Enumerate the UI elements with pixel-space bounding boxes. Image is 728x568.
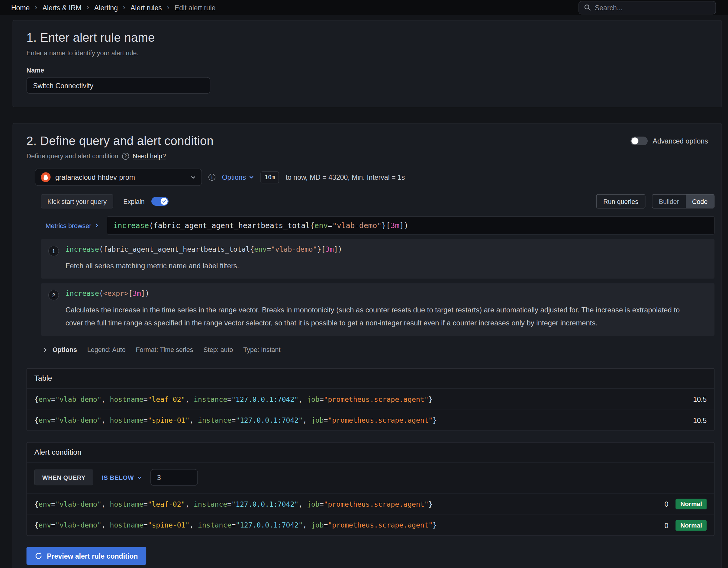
query-editor-area: grafanacloud-hhdev-prom i Options 10m to… (35, 169, 714, 357)
advanced-options-toggle[interactable] (630, 137, 648, 145)
threshold-input[interactable] (150, 469, 198, 486)
explain-text: Calculates the increase in the time seri… (66, 304, 697, 330)
metrics-browser-label: Metrics browser (46, 222, 92, 229)
toggle-knob (160, 198, 167, 205)
builder-option[interactable]: Builder (652, 195, 685, 208)
kick-start-query-button[interactable]: Kick start your query (41, 194, 113, 208)
breadcrumb-alerts-irm[interactable]: Alerts & IRM (42, 4, 81, 11)
toggle-knob (631, 137, 638, 144)
info-circle-icon: i (208, 174, 215, 181)
series-labels: {env="vlab-demo", hostname="leaf-02", in… (34, 500, 655, 508)
format-option: Format: Time series (136, 346, 193, 353)
breadcrumb-alerting[interactable]: Alerting (94, 4, 118, 11)
explain-code: increase(fabric_agent_agent_heartbeats_t… (66, 245, 342, 254)
alert-condition-title: Alert condition (27, 443, 714, 463)
condition-result-row: {env="vlab-demo", hostname="spine-01", i… (27, 515, 714, 535)
table-row: {env="vlab-demo", hostname="leaf-02", in… (27, 389, 714, 409)
section1-title: 1. Enter alert rule name (27, 31, 715, 45)
series-labels: {env="vlab-demo", hostname="spine-01", i… (34, 521, 655, 530)
table-panel: Table {env="vlab-demo", hostname="leaf-0… (27, 368, 715, 431)
series-value: 0 (665, 500, 668, 508)
operator-label: IS BELOW (102, 474, 134, 481)
search-box[interactable] (578, 1, 716, 14)
code-option[interactable]: Code (685, 195, 714, 208)
series-labels: {env="vlab-demo", hostname="leaf-02", in… (34, 395, 684, 403)
preview-alert-rule-button[interactable]: Preview alert rule condition (27, 547, 146, 565)
breadcrumb-separator: › (87, 4, 89, 11)
time-range-badge: 10m (260, 171, 279, 183)
options-footer-label: Options (53, 346, 77, 353)
section2-title: 2. Define query and alert condition (27, 134, 214, 148)
state-badge: Normal (676, 520, 707, 531)
explain-step-1: 1 increase(fabric_agent_agent_heartbeats… (41, 239, 714, 279)
explain-code: increase(<expr>[3m]) (66, 289, 697, 298)
breadcrumb-edit-alert-rule: Edit alert rule (175, 4, 216, 11)
preview-button-label: Preview alert rule condition (47, 552, 138, 560)
page-content: 1. Enter alert rule name Enter a name to… (0, 15, 728, 568)
rule-name-input[interactable] (27, 77, 211, 94)
series-value: 0 (665, 521, 668, 529)
table-row: {env="vlab-demo", hostname="spine-01", i… (27, 410, 714, 431)
search-icon (584, 4, 591, 11)
chevron-down-icon (249, 175, 254, 180)
breadcrumb-alert-rules[interactable]: Alert rules (130, 4, 162, 11)
chevron-down-icon (190, 174, 196, 180)
condition-controls: WHEN QUERY IS BELOW (27, 463, 714, 494)
section1-subtitle: Enter a name to identify your alert rule… (27, 49, 715, 57)
datasource-picker[interactable]: grafanacloud-hhdev-prom (35, 169, 202, 186)
step-number: 2 (48, 290, 59, 300)
explain-toggle[interactable] (151, 197, 168, 206)
operator-dropdown[interactable]: IS BELOW (102, 474, 142, 481)
explain-step-2: 2 increase(<expr>[3m]) Calculates the in… (41, 283, 714, 336)
legend-option: Legend: Auto (87, 346, 126, 353)
query-options-collapsed[interactable]: Options Legend: Auto Format: Time series… (41, 343, 714, 357)
breadcrumb-separator: › (35, 4, 37, 11)
grafana-edit-alert-rule-page: Home › Alerts & IRM › Alerting › Alert r… (0, 0, 728, 568)
step-number: 1 (48, 246, 59, 256)
when-query-button[interactable]: WHEN QUERY (34, 470, 93, 485)
chevron-down-icon (137, 475, 142, 480)
advanced-options-label: Advanced options (653, 137, 708, 145)
check-icon (162, 199, 166, 203)
time-range-text: to now, MD = 43200, Min. Interval = 1s (286, 173, 405, 181)
need-help-link[interactable]: Need help? (133, 152, 166, 160)
alert-condition-panel: Alert condition WHEN QUERY IS BELOW {env… (27, 442, 715, 536)
series-value: 10.5 (693, 395, 707, 403)
builder-code-switch: Builder Code (652, 194, 715, 208)
metrics-browser-button[interactable]: Metrics browser (41, 216, 107, 234)
type-option: Type: Instant (243, 346, 280, 353)
sync-icon (35, 552, 42, 560)
name-label: Name (27, 66, 715, 74)
state-badge: Normal (676, 499, 707, 509)
question-circle-icon: ? (122, 153, 129, 160)
table-panel-title: Table (27, 369, 714, 389)
chevron-right-icon (43, 347, 48, 352)
series-labels: {env="vlab-demo", hostname="spine-01", i… (34, 416, 684, 424)
breadcrumb-separator: › (123, 4, 125, 11)
promql-editor: Kick start your query Explain Run querie… (41, 194, 714, 357)
run-queries-button[interactable]: Run queries (596, 194, 645, 208)
section2-subtitle: Define query and alert condition (27, 152, 118, 160)
breadcrumb: Home › Alerts & IRM › Alerting › Alert r… (11, 4, 573, 11)
section-enter-rule-name: 1. Enter alert rule name Enter a name to… (12, 20, 722, 107)
search-input[interactable] (595, 4, 710, 11)
explain-text: Fetch all series matching metric name an… (66, 260, 342, 273)
top-nav: Home › Alerts & IRM › Alerting › Alert r… (0, 0, 728, 15)
condition-result-row: {env="vlab-demo", hostname="leaf-02", in… (27, 494, 714, 515)
chevron-right-icon (94, 223, 99, 228)
promql-query-input[interactable]: increase(fabric_agent_agent_heartbeats_t… (107, 216, 714, 234)
section-define-query-condition: 2. Define query and alert condition Adva… (12, 123, 722, 568)
breadcrumb-separator: › (167, 4, 169, 11)
advanced-options-control: Advanced options (630, 137, 708, 145)
explain-label: Explain (123, 198, 145, 205)
series-value: 10.5 (693, 416, 707, 424)
query-options-button[interactable]: Options (222, 173, 254, 181)
datasource-name: grafanacloud-hhdev-prom (55, 173, 186, 181)
step-option: Step: auto (203, 346, 233, 353)
breadcrumb-home[interactable]: Home (11, 4, 30, 11)
prometheus-icon (41, 172, 50, 182)
query-options-button-label: Options (222, 173, 246, 181)
